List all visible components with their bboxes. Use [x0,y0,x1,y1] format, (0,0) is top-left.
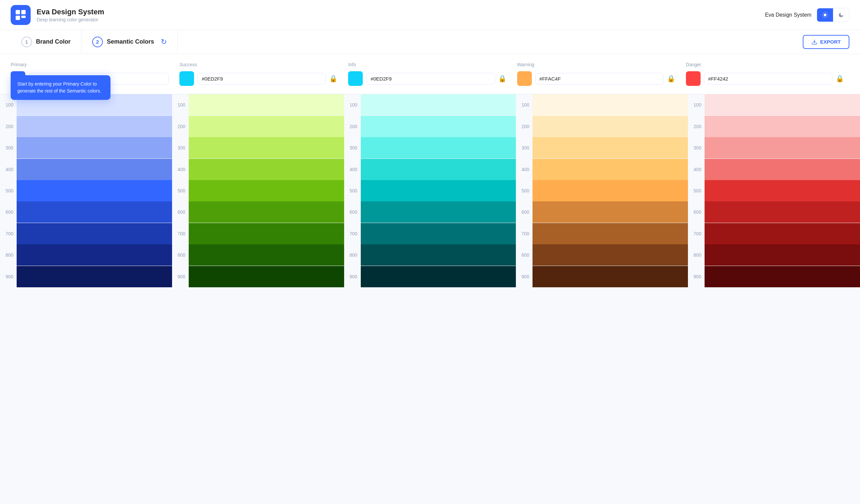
svg-line-12 [827,13,827,13]
logo [11,5,31,25]
shade-number: 400 [516,167,532,172]
shade-swatch [17,180,172,201]
shade-row: 800 [688,244,860,265]
color-section-info: Info 🔒 [343,62,512,86]
shade-swatch [17,116,172,137]
shade-swatch [705,223,860,244]
shade-number: 900 [0,274,17,279]
refresh-icon[interactable]: ↻ [161,38,167,46]
svg-line-7 [823,13,823,13]
tab-brand-label: Brand Color [36,38,71,45]
success-lock-icon[interactable]: 🔒 [329,75,338,83]
app-subtitle: Deep learning color generator [37,17,104,22]
shade-swatch [532,180,688,201]
warning-swatch [517,71,532,86]
shade-number: 700 [172,231,189,236]
primary-tooltip: Start by entering your Primary Color to … [11,75,111,100]
shade-row: 700 [172,223,344,244]
shade-row: 200 [0,116,172,137]
success-swatch [180,71,194,86]
tab-brand-number: 1 [21,37,32,47]
shade-swatch [705,94,860,116]
shade-swatch [532,159,688,180]
color-section-primary: Primary Start by entering your Primary C… [11,62,174,86]
shade-row: 900 [0,266,172,287]
shade-swatch [189,137,344,158]
tab-semantic-colors[interactable]: 2 Semantic Colors ↻ [82,30,178,54]
shade-number: 100 [516,102,532,107]
danger-hex-input[interactable] [704,73,832,85]
shade-swatch [532,223,688,244]
shade-row: 300 [344,137,516,158]
shade-row: 800 [516,244,688,265]
shade-swatch [189,94,344,116]
shade-number: 700 [344,231,361,236]
info-lock-icon[interactable]: 🔒 [498,75,506,83]
info-label: Info [348,62,506,67]
shade-row: 300 [516,137,688,158]
shade-swatch [705,116,860,137]
danger-lock-icon[interactable]: 🔒 [836,75,844,83]
shade-number: 300 [344,145,361,150]
shade-number: 400 [344,167,361,172]
shade-number: 900 [688,274,705,279]
shade-number: 900 [344,274,361,279]
shade-row: 100 [344,94,516,116]
palette-col-info: 100200300400500600700800900 [344,94,516,287]
shade-number: 200 [344,124,361,129]
shade-row: 800 [172,244,344,265]
primary-label: Primary [11,62,169,67]
shade-swatch [189,201,344,223]
brand-info: Eva Design System Deep learning color ge… [37,8,104,22]
warning-lock-icon[interactable]: 🔒 [667,75,675,83]
shade-row: 500 [0,180,172,201]
header-left: Eva Design System Deep learning color ge… [11,5,104,25]
shade-row: 700 [344,223,516,244]
shade-swatch [189,180,344,201]
info-hex-input[interactable] [366,73,494,85]
palette-col-success: 100200300400500600700800900 [172,94,344,287]
tab-brand-color[interactable]: 1 Brand Color [11,30,82,54]
shade-number: 800 [516,252,532,258]
shade-swatch [17,159,172,180]
colors-row: Primary Start by entering your Primary C… [0,54,860,94]
shade-number: 600 [344,210,361,215]
warning-label: Warning [517,62,675,67]
shade-row: 700 [0,223,172,244]
svg-rect-0 [16,10,20,14]
shade-row: 300 [172,137,344,158]
shade-row: 400 [516,158,688,180]
shade-swatch [17,201,172,223]
shade-swatch [705,244,860,265]
shade-row: 900 [516,266,688,287]
shade-swatch [705,266,860,287]
shade-row: 300 [688,137,860,158]
theme-dark-button[interactable] [833,8,849,21]
sun-icon [822,12,828,18]
success-label: Success [180,62,338,67]
shade-row: 300 [0,137,172,158]
success-hex-input[interactable] [197,73,326,85]
shade-number: 100 [344,102,361,107]
color-section-warning: Warning 🔒 [512,62,680,86]
shade-swatch [189,159,344,180]
shade-number: 800 [172,252,189,258]
theme-light-button[interactable] [817,8,833,21]
shade-number: 300 [0,145,17,150]
shade-row: 400 [0,158,172,180]
app-title: Eva Design System [37,8,104,16]
shade-row: 500 [688,180,860,201]
export-label: EXPORT [820,39,841,45]
tabs-bar: 1 Brand Color 2 Semantic Colors ↻ EXPORT [0,30,860,54]
shade-row: 500 [516,180,688,201]
shade-swatch [189,116,344,137]
shade-swatch [361,94,516,116]
palette-col-danger: 100200300400500600700800900 [688,94,860,287]
shade-swatch [532,201,688,223]
shade-swatch [17,223,172,244]
export-button[interactable]: EXPORT [803,35,849,49]
shade-row: 700 [516,223,688,244]
shade-number: 700 [516,231,532,236]
svg-rect-2 [16,16,20,20]
warning-hex-input[interactable] [535,73,664,85]
